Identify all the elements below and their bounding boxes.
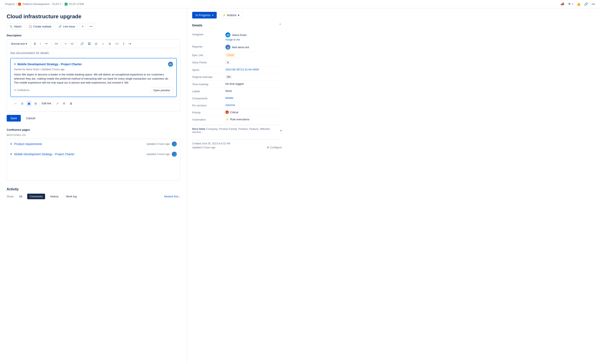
numbered-list-button[interactable]: ≡# [69, 41, 75, 46]
labels-label: Labels [192, 89, 225, 93]
more-formatting-button[interactable]: ••• [43, 41, 49, 46]
sprint-label: Sprint [192, 68, 225, 72]
sprint-value: 2023-06-30T12:31:54+0000 [225, 68, 282, 71]
link-size-card-button[interactable]: ▣ [26, 101, 32, 106]
parent-ticket-link[interactable]: PLAT-7 [53, 2, 61, 6]
save-button[interactable]: Save [7, 115, 21, 121]
status-button[interactable]: In Progress ▾ [192, 12, 217, 19]
link-icon: 🔗 [58, 25, 62, 28]
meta-separator: • [40, 68, 41, 71]
like-button[interactable]: 👍 [577, 2, 581, 6]
toolbar-more-button[interactable]: ••• [88, 23, 94, 30]
actions-button[interactable]: ⚡ Actions ▾ [219, 12, 243, 19]
text-style-button[interactable]: Normal text ▾ [9, 41, 29, 46]
link-external-button[interactable]: ↗ [55, 101, 60, 106]
text-color-button[interactable]: A▾ [53, 41, 60, 46]
list-item: ≡ Product requirements Updated 2 hours a… [10, 139, 177, 149]
tab-history[interactable]: History [47, 194, 61, 199]
description-label: Description [7, 34, 180, 37]
tab-comments[interactable]: Comments [27, 194, 45, 199]
code-button[interactable]: </> [113, 41, 121, 46]
sprint-link[interactable]: 2023-06-30T12:31:54+0000 [225, 68, 259, 71]
current-ticket-link[interactable]: PLAT-17330 [69, 2, 84, 6]
configure-label: Configure [270, 146, 282, 149]
toolbar-separator-4 [77, 42, 77, 46]
more-button[interactable]: ••• [591, 2, 595, 6]
project-link[interactable]: Platform Development [23, 2, 49, 6]
confluence-doc-icon: ≡ [14, 62, 16, 66]
fix-versions-value: Gamma [225, 103, 282, 107]
assignee-name: Alana Grant [232, 33, 246, 37]
bullet-list-button[interactable]: ≡ [63, 41, 68, 46]
issue-toolbar: 📎 Attach 📋 Create subtask 🔗 Link issue ▾… [7, 23, 180, 30]
link-settings-button[interactable]: ⚙ [62, 101, 67, 106]
edit-link-button[interactable]: Edit link [42, 102, 51, 105]
priority-icon: ⊘ [225, 111, 229, 114]
priority-row: Priority ⊘ Critical [192, 109, 282, 116]
assignee-row: Assignee AG Alana Grant Assign to me [192, 31, 282, 43]
status-chevron: ▾ [212, 14, 213, 17]
original-estimate-value: 0m [225, 75, 282, 79]
components-link[interactable]: Mobile [225, 96, 233, 100]
watch-button[interactable]: 👁 2 [568, 2, 573, 6]
reporter-value: 🤖 field demo bot [225, 45, 282, 50]
confluence-item-title-2[interactable]: Mobile Development Strategy - Project Ch… [14, 152, 74, 156]
tab-worklog[interactable]: Work log [64, 194, 79, 199]
components-label: Components [192, 96, 225, 100]
link-issue-button[interactable]: 🔗 Link issue [56, 23, 78, 29]
assign-to-me-link[interactable]: Assign to me [225, 38, 282, 41]
italic-button[interactable]: I [38, 41, 43, 46]
lightning-actions-icon: ⚡ [222, 13, 226, 17]
emoji-button[interactable]: ☺ [100, 41, 106, 46]
announce-button[interactable]: 📣 [560, 2, 564, 6]
top-bar-actions: 📣 👁 2 👍 🔗 ••• [560, 2, 595, 6]
details-header: Details ⌃ [192, 23, 282, 28]
toolbar-dropdown-button[interactable]: ▾ [79, 23, 86, 30]
configure-button[interactable]: ⚙ Configure [267, 146, 282, 149]
tab-all[interactable]: All [17, 194, 25, 199]
link-delete-button[interactable]: 🗑 [68, 101, 74, 106]
link-card-title-text[interactable]: Mobile Development Strategy - Project Ch… [18, 63, 82, 66]
cancel-button[interactable]: Cancel [22, 115, 39, 121]
table-button[interactable]: ⊞ [107, 41, 112, 46]
show-label: Show: [7, 195, 14, 198]
info-button[interactable]: ℹ [122, 41, 126, 46]
fix-versions-link[interactable]: Gamma [225, 103, 235, 107]
bold-button[interactable]: B [32, 41, 38, 46]
attach-button[interactable]: 📎 Attach [7, 23, 24, 29]
sort-button[interactable]: Newest first ↓ [164, 195, 180, 198]
confluence-item-title-1[interactable]: Product requirements [14, 142, 42, 146]
plus-button[interactable]: +▾ [127, 41, 133, 46]
mention-button[interactable]: @ [93, 41, 99, 46]
created-label: Created [192, 142, 201, 145]
link-card-title: ≡ Mobile Development Strategy - Project … [14, 62, 82, 66]
share-button[interactable]: 🔗 [584, 2, 588, 6]
details-collapse-button[interactable]: ⌃ [279, 23, 282, 28]
editor-content[interactable]: See documentation for details: ≡ Mobile … [7, 48, 180, 111]
link-size-medium-button[interactable]: ⊟ [20, 101, 25, 106]
layout: Cloud infrastructure upgrade 📎 Attach 📋 … [0, 8, 600, 363]
projects-link[interactable]: Projects [5, 2, 15, 6]
automation-lightning-icon: ⚡ [225, 118, 229, 121]
link-size-small-button[interactable]: — [13, 101, 18, 106]
sort-label: Newest first ↓ [164, 195, 180, 198]
automation-text[interactable]: Rule executions [230, 118, 250, 121]
priority-label: Priority [192, 111, 225, 114]
create-subtask-button[interactable]: 📋 Create subtask [26, 23, 54, 29]
epic-badge[interactable]: Cloud [225, 53, 235, 57]
epic-link-value: Cloud [225, 53, 282, 57]
doc-icon-1: ≡ [10, 142, 12, 146]
story-points-row: Story Points 4 [192, 59, 282, 66]
link-button[interactable]: 🔗 [79, 41, 85, 46]
image-button[interactable]: 🖼 [86, 41, 92, 46]
updated-row: Updated 2 hours ago [192, 146, 216, 149]
editor-toolbar: Normal text ▾ B I ••• A▾ ≡ ≡# 🔗 🖼 @ ☺ ⊞ … [7, 40, 180, 48]
story-points-badge[interactable]: 4 [225, 60, 230, 65]
link-size-full-button[interactable]: ⊞ [33, 101, 38, 106]
platform-icon [18, 3, 21, 6]
components-row: Components Mobile [192, 95, 282, 102]
priority-value: ⊘ Critical [225, 111, 282, 114]
estimate-badge[interactable]: 0m [225, 75, 232, 79]
confluence-pages-section: Confluence pages mentioned on ≡ Product … [7, 128, 180, 181]
open-preview-button[interactable]: Open preview [150, 87, 173, 93]
